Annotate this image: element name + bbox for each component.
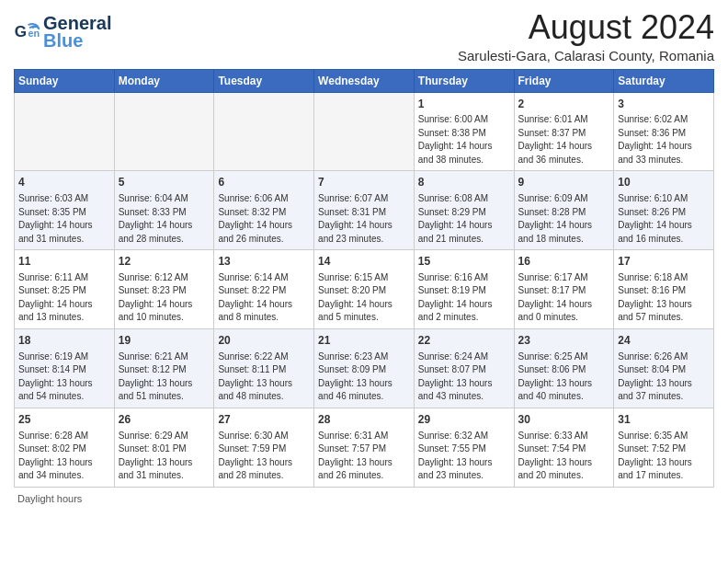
day-number: 7 [318, 175, 410, 190]
day-info: Sunrise: 6:23 AM Sunset: 8:09 PM Dayligh… [318, 350, 410, 404]
title-block: August 2024 Sarulesti-Gara, Calarasi Cou… [458, 9, 714, 63]
sub-title: Sarulesti-Gara, Calarasi County, Romania [458, 48, 714, 63]
weekday-header: Wednesday [314, 69, 415, 92]
day-number: 6 [218, 175, 310, 190]
day-info: Sunrise: 6:15 AM Sunset: 8:20 PM Dayligh… [318, 271, 410, 325]
calendar-header-row: SundayMondayTuesdayWednesdayThursdayFrid… [15, 69, 714, 92]
calendar-cell: 26Sunrise: 6:29 AM Sunset: 8:01 PM Dayli… [114, 408, 214, 487]
logo-icon: G eneral [14, 19, 40, 45]
calendar-cell: 31Sunrise: 6:35 AM Sunset: 7:52 PM Dayli… [614, 408, 714, 487]
day-number: 11 [18, 254, 110, 270]
calendar-cell: 23Sunrise: 6:25 AM Sunset: 8:06 PM Dayli… [514, 328, 614, 408]
day-info: Sunrise: 6:00 AM Sunset: 8:38 PM Dayligh… [418, 113, 510, 167]
day-info: Sunrise: 6:25 AM Sunset: 8:06 PM Dayligh… [518, 350, 610, 404]
main-title: August 2024 [458, 9, 714, 46]
calendar-cell: 21Sunrise: 6:23 AM Sunset: 8:09 PM Dayli… [314, 328, 415, 408]
calendar-cell: 24Sunrise: 6:26 AM Sunset: 8:04 PM Dayli… [614, 328, 714, 408]
calendar-week-row: 18Sunrise: 6:19 AM Sunset: 8:14 PM Dayli… [15, 328, 714, 408]
calendar-cell: 20Sunrise: 6:22 AM Sunset: 8:11 PM Dayli… [214, 328, 314, 408]
calendar-cell: 19Sunrise: 6:21 AM Sunset: 8:12 PM Dayli… [114, 328, 214, 408]
day-info: Sunrise: 6:26 AM Sunset: 8:04 PM Dayligh… [618, 350, 710, 404]
day-info: Sunrise: 6:16 AM Sunset: 8:19 PM Dayligh… [418, 271, 510, 325]
day-number: 22 [418, 333, 510, 349]
calendar-cell: 14Sunrise: 6:15 AM Sunset: 8:20 PM Dayli… [314, 250, 415, 329]
svg-text:G: G [15, 23, 27, 40]
day-info: Sunrise: 6:31 AM Sunset: 7:57 PM Dayligh… [318, 430, 410, 483]
calendar-cell: 29Sunrise: 6:32 AM Sunset: 7:55 PM Dayli… [414, 408, 514, 487]
calendar-cell [314, 92, 415, 171]
svg-text:eneral: eneral [28, 28, 40, 39]
day-number: 4 [18, 175, 110, 190]
day-info: Sunrise: 6:02 AM Sunset: 8:36 PM Dayligh… [618, 113, 710, 167]
weekday-header: Saturday [614, 69, 714, 92]
calendar-cell: 6Sunrise: 6:06 AM Sunset: 8:32 PM Daylig… [214, 171, 314, 250]
calendar-week-row: 4Sunrise: 6:03 AM Sunset: 8:35 PM Daylig… [15, 171, 714, 250]
day-info: Sunrise: 6:06 AM Sunset: 8:32 PM Dayligh… [218, 192, 310, 246]
day-info: Sunrise: 6:24 AM Sunset: 8:07 PM Dayligh… [418, 350, 510, 404]
day-number: 9 [518, 175, 610, 190]
calendar-cell: 11Sunrise: 6:11 AM Sunset: 8:25 PM Dayli… [15, 250, 115, 329]
calendar-cell: 16Sunrise: 6:17 AM Sunset: 8:17 PM Dayli… [514, 250, 614, 329]
day-info: Sunrise: 6:04 AM Sunset: 8:33 PM Dayligh… [119, 192, 210, 246]
weekday-header: Friday [514, 69, 614, 92]
calendar-cell [114, 92, 214, 171]
day-number: 10 [618, 175, 710, 190]
day-info: Sunrise: 6:35 AM Sunset: 7:52 PM Dayligh… [618, 430, 710, 483]
footer: Daylight hours [14, 493, 714, 504]
day-number: 12 [119, 254, 210, 270]
day-info: Sunrise: 6:33 AM Sunset: 7:54 PM Dayligh… [518, 430, 610, 483]
calendar-cell: 7Sunrise: 6:07 AM Sunset: 8:31 PM Daylig… [314, 171, 415, 250]
calendar-week-row: 11Sunrise: 6:11 AM Sunset: 8:25 PM Dayli… [15, 250, 714, 329]
day-number: 15 [418, 254, 510, 270]
calendar-cell: 8Sunrise: 6:08 AM Sunset: 8:29 PM Daylig… [414, 171, 514, 250]
weekday-header: Tuesday [214, 69, 314, 92]
day-number: 20 [218, 333, 310, 349]
daylight-label: Daylight hours [17, 493, 82, 504]
calendar-cell: 4Sunrise: 6:03 AM Sunset: 8:35 PM Daylig… [15, 171, 115, 250]
calendar-cell: 12Sunrise: 6:12 AM Sunset: 8:23 PM Dayli… [114, 250, 214, 329]
weekday-header: Monday [114, 69, 214, 92]
day-number: 17 [618, 254, 710, 270]
day-number: 2 [518, 97, 610, 112]
calendar-cell: 13Sunrise: 6:14 AM Sunset: 8:22 PM Dayli… [214, 250, 314, 329]
day-number: 23 [518, 333, 610, 349]
calendar-cell: 18Sunrise: 6:19 AM Sunset: 8:14 PM Dayli… [15, 328, 115, 408]
logo: G eneral General Blue [14, 13, 111, 52]
day-info: Sunrise: 6:03 AM Sunset: 8:35 PM Dayligh… [18, 192, 110, 246]
calendar-cell: 17Sunrise: 6:18 AM Sunset: 8:16 PM Dayli… [614, 250, 714, 329]
header: G eneral General Blue August 2024 Sarule… [14, 9, 714, 63]
day-info: Sunrise: 6:18 AM Sunset: 8:16 PM Dayligh… [618, 271, 710, 325]
calendar-cell: 22Sunrise: 6:24 AM Sunset: 8:07 PM Dayli… [414, 328, 514, 408]
weekday-header: Thursday [414, 69, 514, 92]
day-info: Sunrise: 6:30 AM Sunset: 7:59 PM Dayligh… [218, 430, 310, 483]
page: G eneral General Blue August 2024 Sarule… [0, 0, 728, 563]
calendar-cell [214, 92, 314, 171]
calendar-cell: 30Sunrise: 6:33 AM Sunset: 7:54 PM Dayli… [514, 408, 614, 487]
day-info: Sunrise: 6:14 AM Sunset: 8:22 PM Dayligh… [218, 271, 310, 325]
calendar-cell: 27Sunrise: 6:30 AM Sunset: 7:59 PM Dayli… [214, 408, 314, 487]
calendar-table: SundayMondayTuesdayWednesdayThursdayFrid… [14, 69, 714, 488]
day-info: Sunrise: 6:17 AM Sunset: 8:17 PM Dayligh… [518, 271, 610, 325]
day-info: Sunrise: 6:32 AM Sunset: 7:55 PM Dayligh… [418, 430, 510, 483]
day-number: 30 [518, 412, 610, 428]
day-info: Sunrise: 6:21 AM Sunset: 8:12 PM Dayligh… [119, 350, 210, 404]
day-info: Sunrise: 6:01 AM Sunset: 8:37 PM Dayligh… [518, 113, 610, 167]
day-number: 1 [418, 97, 510, 112]
calendar-cell: 9Sunrise: 6:09 AM Sunset: 8:28 PM Daylig… [514, 171, 614, 250]
day-number: 3 [618, 97, 710, 112]
calendar-cell: 15Sunrise: 6:16 AM Sunset: 8:19 PM Dayli… [414, 250, 514, 329]
weekday-header: Sunday [15, 69, 115, 92]
calendar-cell: 1Sunrise: 6:00 AM Sunset: 8:38 PM Daylig… [414, 92, 514, 171]
day-number: 27 [218, 412, 310, 428]
day-number: 18 [18, 333, 110, 349]
day-number: 16 [518, 254, 610, 270]
day-info: Sunrise: 6:19 AM Sunset: 8:14 PM Dayligh… [18, 350, 110, 404]
day-number: 14 [318, 254, 410, 270]
day-number: 31 [618, 412, 710, 428]
day-info: Sunrise: 6:08 AM Sunset: 8:29 PM Dayligh… [418, 192, 510, 246]
day-info: Sunrise: 6:28 AM Sunset: 8:02 PM Dayligh… [18, 430, 110, 483]
day-info: Sunrise: 6:10 AM Sunset: 8:26 PM Dayligh… [618, 192, 710, 246]
day-info: Sunrise: 6:07 AM Sunset: 8:31 PM Dayligh… [318, 192, 410, 246]
calendar-cell: 28Sunrise: 6:31 AM Sunset: 7:57 PM Dayli… [314, 408, 415, 487]
day-number: 25 [18, 412, 110, 428]
